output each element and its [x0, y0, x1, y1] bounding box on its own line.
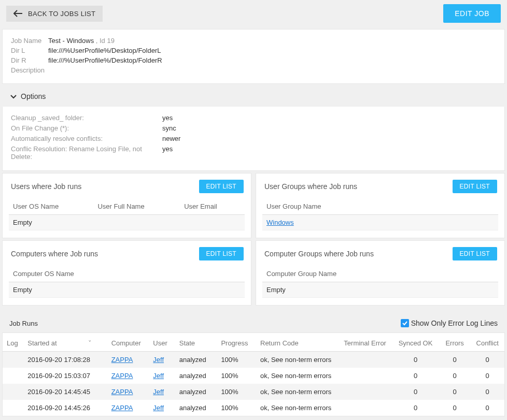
- table-cell: ok, See non-term errors: [256, 368, 340, 384]
- column-header[interactable]: Log: [3, 333, 23, 352]
- table-cell: 0: [470, 352, 504, 368]
- computers-card-title: Computers where Job runs: [11, 250, 98, 258]
- dir-l-value: file:///%UserProfile%/Desktop/FolderL: [48, 47, 161, 54]
- table-cell: Jeff: [149, 352, 175, 368]
- edit-user-groups-list-button[interactable]: EDIT LIST: [453, 180, 498, 193]
- job-runs-header: Job Runs Show Only Error Log Lines: [2, 314, 505, 332]
- computers-card: Computers where Job runs EDIT LIST Compu…: [2, 240, 251, 306]
- computer-link[interactable]: ZAPPA: [111, 404, 133, 412]
- column-header[interactable]: Conflict: [470, 333, 504, 352]
- column-header[interactable]: Return Code: [256, 333, 340, 352]
- user-link[interactable]: Jeff: [153, 404, 164, 412]
- table-cell: [3, 384, 23, 400]
- column-header[interactable]: User Full Name: [93, 199, 180, 215]
- table-cell: 2016-09-20 17:08:28: [23, 352, 107, 368]
- column-header[interactable]: Synced OK: [392, 333, 439, 352]
- table-cell: Empty: [262, 282, 498, 298]
- table-cell: 100%: [217, 368, 256, 384]
- column-header[interactable]: State: [175, 333, 217, 352]
- column-header[interactable]: User: [149, 333, 175, 352]
- table-row: Empty: [9, 282, 245, 298]
- user-link[interactable]: Jeff: [153, 356, 164, 364]
- column-header[interactable]: User OS Name: [9, 199, 93, 215]
- table-cell: analyzed: [175, 368, 217, 384]
- job-details: Job Name Test - Windows , Id 19 Dir L fi…: [2, 29, 505, 84]
- chevron-down-icon: [10, 94, 17, 99]
- user-groups-card-title: User Groups where Job runs: [264, 182, 357, 191]
- computer-groups-table: Computer Group NameEmpty: [262, 267, 498, 298]
- column-header[interactable]: User Group Name: [262, 199, 498, 215]
- table-cell: Jeff: [149, 384, 175, 400]
- table-cell: 0: [439, 400, 471, 416]
- table-cell: 2016-09-20 14:45:45: [23, 384, 107, 400]
- table-cell: 0: [470, 368, 504, 384]
- column-header[interactable]: Started at˅: [23, 333, 107, 352]
- option-value: newer: [162, 135, 180, 142]
- table-cell: ZAPPA: [107, 368, 149, 384]
- option-row: Cleanup _saved_ folder:yes: [11, 114, 496, 122]
- table-cell: 0: [392, 368, 439, 384]
- table-cell: 100%: [217, 384, 256, 400]
- column-header[interactable]: Computer OS Name: [9, 267, 245, 282]
- top-bar: BACK TO JOBS LIST EDIT JOB: [0, 0, 507, 27]
- option-label: On File Change (*):: [11, 124, 162, 132]
- job-runs-table: LogStarted at˅ComputerUserStateProgressR…: [2, 332, 505, 416]
- table-cell: [340, 352, 392, 368]
- user-link[interactable]: Jeff: [153, 372, 164, 380]
- table-cell: 0: [392, 384, 439, 400]
- table-cell: 0: [439, 368, 471, 384]
- table-cell: ok, See non-term errors: [256, 352, 340, 368]
- chevron-down-icon: ˅: [88, 339, 92, 347]
- show-errors-only-toggle[interactable]: Show Only Error Log Lines: [401, 319, 498, 327]
- dir-r-label: Dir R: [11, 56, 48, 64]
- edit-computer-groups-list-button[interactable]: EDIT LIST: [453, 247, 498, 260]
- option-row: Conflic Resolution: Rename Losing File, …: [11, 145, 496, 161]
- arrow-left-icon: [13, 10, 23, 17]
- back-label: BACK TO JOBS LIST: [28, 10, 95, 18]
- table-row[interactable]: 2016-09-20 14:45:26ZAPPAJeffanalyzed100%…: [3, 400, 504, 416]
- column-header[interactable]: Errors: [439, 333, 471, 352]
- table-cell: 0: [470, 400, 504, 416]
- table-cell: Jeff: [149, 368, 175, 384]
- options-header[interactable]: Options: [2, 86, 505, 107]
- dir-l-label: Dir L: [11, 47, 48, 54]
- computer-link[interactable]: ZAPPA: [111, 356, 133, 364]
- group-link[interactable]: Windows: [266, 219, 294, 226]
- table-cell: 0: [439, 384, 471, 400]
- description-label: Description: [11, 66, 48, 74]
- table-row: Windows: [262, 215, 498, 230]
- column-header[interactable]: Terminal Error: [340, 333, 392, 352]
- checkbox-checked-icon: [401, 319, 409, 327]
- table-row: Empty: [262, 282, 498, 298]
- table-cell: ok, See non-term errors: [256, 384, 340, 400]
- computer-link[interactable]: ZAPPA: [111, 388, 133, 396]
- job-name-value: Test - Windows , Id 19: [48, 37, 115, 45]
- table-cell: Empty: [9, 282, 245, 298]
- table-cell: Jeff: [149, 400, 175, 416]
- edit-computers-list-button[interactable]: EDIT LIST: [199, 247, 244, 260]
- option-row: On File Change (*):sync: [11, 124, 496, 132]
- table-cell: ZAPPA: [107, 384, 149, 400]
- table-cell: [3, 352, 23, 368]
- table-cell: 0: [470, 384, 504, 400]
- table-cell: 100%: [217, 352, 256, 368]
- user-link[interactable]: Jeff: [153, 388, 164, 396]
- show-errors-only-label: Show Only Error Log Lines: [411, 319, 498, 327]
- edit-users-list-button[interactable]: EDIT LIST: [199, 180, 244, 193]
- column-header[interactable]: Progress: [217, 333, 256, 352]
- table-cell: 0: [392, 352, 439, 368]
- edit-job-button[interactable]: EDIT JOB: [443, 4, 501, 23]
- job-runs-title: Job Runs: [9, 320, 38, 327]
- column-header[interactable]: Computer: [107, 333, 149, 352]
- user-groups-card: User Groups where Job runs EDIT LIST Use…: [256, 173, 505, 238]
- column-header[interactable]: User Email: [180, 199, 245, 215]
- computer-link[interactable]: ZAPPA: [111, 372, 133, 380]
- table-cell: Empty: [9, 215, 93, 230]
- table-row[interactable]: 2016-09-20 14:45:45ZAPPAJeffanalyzed100%…: [3, 384, 504, 400]
- computer-groups-card-title: Computer Groups where Job runs: [264, 250, 374, 258]
- back-button[interactable]: BACK TO JOBS LIST: [6, 6, 103, 22]
- option-label: Conflic Resolution: Rename Losing File, …: [11, 145, 162, 161]
- table-row[interactable]: 2016-09-20 17:08:28ZAPPAJeffanalyzed100%…: [3, 352, 504, 368]
- column-header[interactable]: Computer Group Name: [262, 267, 498, 282]
- table-row[interactable]: 2016-09-20 15:03:07ZAPPAJeffanalyzed100%…: [3, 368, 504, 384]
